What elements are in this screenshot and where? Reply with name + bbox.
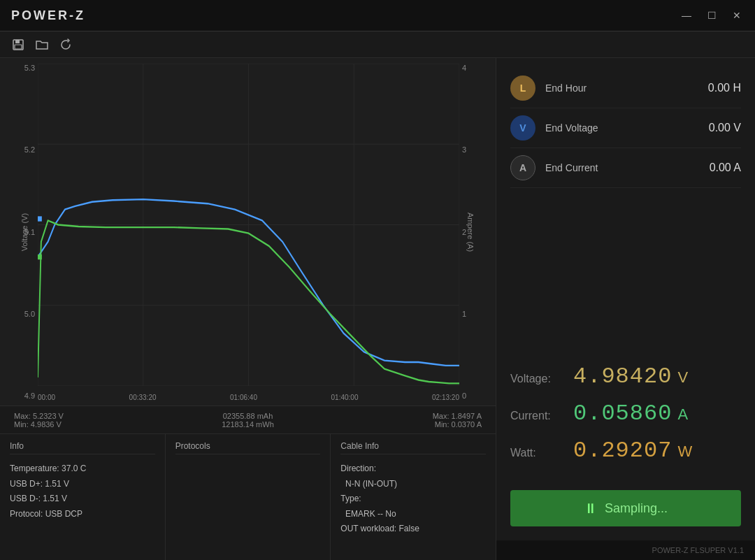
info-section-protocols-title: Protocols [175,441,321,454]
info-line-1: USB D+: 1.51 V [10,477,155,492]
main-area: Voltage (V) Ampere (A) 5.3 5.2 5.1 5.0 4… [0,58,755,560]
svg-rect-14 [38,216,42,221]
y-tick-left-0: 5.3 [24,64,35,72]
left-panel: Voltage (V) Ampere (A) 5.3 5.2 5.1 5.0 4… [0,58,496,560]
save-button[interactable] [10,36,27,53]
svg-rect-13 [38,254,42,259]
info-section-protocols: Protocols [166,434,331,560]
info-line-3: Protocol: USB DCP [10,507,155,522]
chart-stat-max-a: Max: 1.8497 A [326,412,482,420]
app-logo: POWER-Z [11,8,85,23]
chart-area: Voltage (V) Ampere (A) 5.3 5.2 5.1 5.0 4… [0,58,496,406]
metric-row-current: A End Current 0.00 A [510,148,741,188]
chart-stats-right: Max: 1.8497 A Min: 0.0370 A [326,412,482,429]
chart-stat-min-a: Min: 0.0370 A [326,420,482,429]
big-metric-unit-watt: W [677,443,692,461]
chart-stat-mah: 02355.88 mAh [170,412,326,420]
cable-line-0: Direction: [340,461,486,477]
big-metric-label-current: Current: [510,410,573,422]
metric-row-hour: L End Hour 0.00 H [510,69,741,108]
metric-value-voltage: 0.00 V [709,122,741,134]
big-metric-row-watt: Watt: 0.29207 W [510,432,741,469]
big-metric-label-watt: Watt: [510,447,573,459]
chart-svg [38,64,459,386]
big-metric-value-voltage: 4.98420 [573,364,672,389]
version-bar: POWER-Z FLSUPER V1.1 [496,540,755,560]
x-tick-0: 00:00 [38,394,55,401]
refresh-button[interactable] [57,36,74,53]
big-metric-value-watt: 0.29207 [573,438,672,464]
sampling-label: Sampling... [605,501,668,516]
info-section-info-content: Temperature: 37.0 C USB D+: 1.51 V USB D… [10,461,155,522]
x-ticks: 00:00 00:33:20 01:06:40 01:40:00 02:13:2… [38,394,459,401]
chart-stat-max-v: Max: 5.2323 V [14,412,170,420]
big-metric-row-voltage: Voltage: 4.98420 V [510,358,741,395]
svg-rect-2 [15,45,22,49]
x-tick-1: 00:33:20 [129,394,157,401]
cable-line-2: Type: [340,491,486,507]
y-tick-left-1: 5.2 [24,145,35,154]
toolbar [0,31,755,58]
info-panel: Info Temperature: 37.0 C USB D+: 1.51 V … [0,434,496,560]
right-panel: L End Hour 0.00 H V End Voltage 0.00 V A… [496,58,755,560]
chart-svg-wrapper [38,64,459,386]
cable-line-1: N-N (IN-OUT) [340,477,486,492]
metric-value-hour: 0.00 H [708,82,741,94]
y-tick-left-3: 5.0 [24,310,35,318]
x-tick-4: 02:13:20 [432,394,459,401]
big-metric-value-current: 0.05860 [573,401,672,426]
x-tick-2: 01:06:40 [230,394,257,401]
metric-icon-v: V [510,115,535,141]
y-tick-right-4: 0 [462,392,466,400]
metric-value-current: 0.00 A [710,161,741,174]
metric-label-voltage: End Voltage [545,122,709,134]
metric-icon-a: A [510,155,535,180]
minimize-button[interactable]: — [680,8,693,22]
info-line-2: USB D-: 1.51 V [10,491,155,507]
metric-label-hour: End Hour [545,82,708,94]
info-line-0: Temperature: 37.0 C [10,461,155,477]
y-tick-right-2: 2 [462,228,466,236]
x-tick-3: 01:40:00 [331,394,359,401]
sampling-icon: ⏸ [584,501,598,517]
y-tick-right-1: 3 [462,145,466,154]
title-bar: POWER-Z — ☐ ✕ [0,0,755,31]
y-ticks-right: 4 3 2 1 0 [462,64,476,400]
y-tick-right-3: 1 [462,310,466,318]
big-metric-unit-voltage: V [677,368,688,387]
metric-label-current: End Current [545,162,710,173]
y-ticks-left: 5.3 5.2 5.1 5.0 4.9 [20,64,35,400]
info-section-cable-title: Cable Info [340,441,486,454]
big-metric-label-voltage: Voltage: [510,373,573,385]
info-section-info-title: Info [10,441,155,454]
maximize-button[interactable]: ☐ [705,8,719,22]
info-section-cable: Cable Info Direction: N-N (IN-OUT) Type:… [331,434,496,560]
cable-line-3: EMARK -- No [340,507,486,522]
metric-row-voltage: V End Voltage 0.00 V [510,108,741,148]
big-metric-unit-current: A [677,405,688,424]
close-button[interactable]: ✕ [730,8,744,22]
metric-icon-l: L [510,76,535,101]
svg-rect-1 [15,40,20,43]
folder-button[interactable] [34,36,50,53]
metric-rows: L End Hour 0.00 H V End Voltage 0.00 V A… [496,58,755,351]
version-text: POWER-Z FLSUPER V1.1 [652,546,744,554]
info-section-info: Info Temperature: 37.0 C USB D+: 1.51 V … [0,434,166,560]
chart-stats-left: Max: 5.2323 V Min: 4.9836 V [14,412,170,429]
window-controls: — ☐ ✕ [680,8,744,22]
y-tick-right-0: 4 [462,64,466,72]
chart-stat-min-v: Min: 4.9836 V [14,420,170,429]
big-metrics: Voltage: 4.98420 V Current: 0.05860 A Wa… [496,351,755,483]
y-tick-left-2: 5.1 [24,228,35,236]
info-section-cable-content: Direction: N-N (IN-OUT) Type: EMARK -- N… [340,461,486,537]
chart-stats-mid: 02355.88 mAh 12183.14 mWh [170,412,326,429]
chart-stat-mwh: 12183.14 mWh [170,420,326,429]
cable-line-4: OUT workload: False [340,522,486,537]
chart-stats: Max: 5.2323 V Min: 4.9836 V 02355.88 mAh… [0,406,496,434]
sampling-button[interactable]: ⏸ Sampling... [510,490,741,526]
y-tick-left-4: 4.9 [24,392,35,400]
big-metric-row-current: Current: 0.05860 A [510,395,741,432]
